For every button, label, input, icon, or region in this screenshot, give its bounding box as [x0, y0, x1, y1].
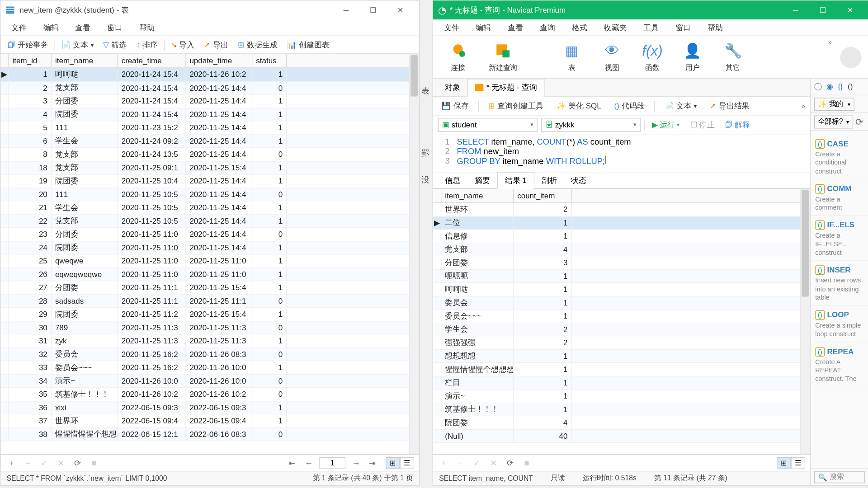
result-row[interactable]: 想想想想 1 — [433, 350, 810, 363]
paren-icon[interactable]: () — [848, 81, 853, 92]
menu-view[interactable]: 查看 — [67, 19, 99, 35]
snippet-item[interactable]: ()LOOPCreate a simple loop construct — [811, 306, 868, 343]
result-row[interactable]: 信息修 1 — [433, 230, 810, 243]
rtab-profile[interactable]: 剖析 — [534, 173, 564, 188]
explain-button[interactable]: 🗐 解释 — [722, 118, 754, 131]
function-button[interactable]: f(x)函数 — [632, 39, 672, 75]
builder-button[interactable]: ⊞查询创建工具 — [485, 99, 547, 113]
prev-button[interactable]: ← — [303, 457, 315, 469]
table-row[interactable]: 34 演示~ 2020-11-26 10:0 2020-11-26 10:0 0 — [0, 375, 419, 388]
table-row[interactable]: 27 分团委 2020-11-25 11:1 2020-11-25 15:4 1 — [0, 282, 419, 295]
user-button[interactable]: 👤用户 — [673, 39, 713, 75]
table-row[interactable]: 4 院团委 2020-11-24 15:4 2020-11-25 14:4 1 — [0, 108, 419, 121]
menu-file[interactable]: 文件 — [435, 19, 467, 35]
info-icon[interactable]: ⓘ — [814, 81, 822, 92]
table-row[interactable]: 2 党支部 2020-11-24 15:4 2020-11-25 14:4 0 — [0, 81, 419, 94]
add-row-button[interactable]: + — [5, 457, 17, 469]
view-button[interactable]: 👁视图 — [592, 39, 632, 75]
more-icon[interactable]: » — [828, 38, 832, 46]
rtab-result1[interactable]: 结果 1 — [497, 172, 534, 189]
col-create-time[interactable]: create_time — [118, 54, 186, 67]
my-dropdown[interactable]: ✨我的▾ — [814, 98, 854, 111]
snippet-item[interactable]: ()REPEACreate A REPEAT construct. The — [811, 342, 868, 387]
col-item-name[interactable]: item_name — [52, 54, 118, 67]
table-row[interactable]: 6 学生会 2020-11-24 09:2 2020-11-25 14:4 1 — [0, 135, 419, 148]
eye-icon[interactable]: ◉ — [826, 81, 833, 92]
search-input[interactable]: 🔍 搜索 — [814, 471, 865, 483]
table-row[interactable]: 35 筑基修士！！！ 2020-11-26 10:2 2020-11-26 10… — [0, 388, 419, 401]
gen-button[interactable]: ⊞数据生成 — [234, 38, 281, 52]
result-row[interactable]: 筑基修士！！！ 1 — [433, 403, 810, 416]
refresh-button[interactable]: ⟳ — [72, 457, 84, 469]
connect-button[interactable]: 连接 — [438, 39, 478, 75]
result-row[interactable]: ▶ 二位 1 — [433, 216, 810, 230]
sort-button[interactable]: ↕排序 — [133, 38, 162, 52]
table-row[interactable]: 37 世界环 2022-06-15 09:4 2022-06-15 09:4 1 — [0, 414, 419, 427]
result-row[interactable]: 院团委 4 — [433, 416, 810, 429]
result-row[interactable]: 演示~ 1 — [433, 389, 810, 403]
table-row[interactable]: 21 学生会 2020-11-25 10:5 2020-11-25 14:4 1 — [0, 202, 419, 215]
maximize-button[interactable]: ☐ — [360, 0, 387, 19]
titlebar[interactable]: new_item @zykkk (student) - 表 ─ ☐ ✕ — [0, 0, 419, 19]
result-row[interactable]: 惺惺惜惺惺个想想想 1 — [433, 363, 810, 376]
col-item-id[interactable]: item_id — [9, 54, 52, 67]
rtab-summary[interactable]: 摘要 — [467, 173, 497, 188]
table-row[interactable]: 26 eqweqweqwe 2020-11-25 11:0 2020-11-25… — [0, 268, 419, 281]
beautify-button[interactable]: ✨美化 SQL — [553, 99, 605, 113]
stop-button[interactable]: ■ — [88, 457, 100, 469]
filter-button[interactable]: ▽筛选 — [99, 38, 130, 52]
menu-file[interactable]: 文件 — [3, 19, 35, 35]
menu-tools[interactable]: 工具 — [635, 19, 667, 35]
table-row[interactable]: 31 zyk 2020-11-25 11:3 2020-11-25 11:3 1 — [0, 334, 419, 347]
other-button[interactable]: 🔧其它 — [713, 39, 753, 75]
table-row[interactable]: 8 党支部 2020-11-24 13:5 2020-11-25 14:4 0 — [0, 148, 419, 161]
run-button[interactable]: ▶ 运行 ▾ — [648, 118, 683, 131]
table-row[interactable]: 19 院团委 2020-11-25 10:4 2020-11-25 14:4 1 — [0, 175, 419, 188]
result-row[interactable]: 委员会 1 — [433, 296, 810, 310]
menu-window[interactable]: 窗口 — [99, 19, 131, 35]
result-row[interactable]: 学生会 2 — [433, 323, 810, 336]
rtab-info[interactable]: 信息 — [438, 173, 468, 188]
chart-button[interactable]: 📊创建图表 — [283, 38, 333, 52]
result-row[interactable]: 呃呃呃 1 — [433, 270, 810, 283]
table-row[interactable]: 33 委员会~~~ 2020-11-25 16:2 2020-11-26 10:… — [0, 361, 419, 374]
export-button[interactable]: ↗导出 — [201, 38, 232, 52]
snippet-item[interactable]: ()CASECreate a conditional construct — [811, 135, 868, 179]
last-button[interactable]: ⇥ — [367, 457, 378, 469]
tab-objects[interactable]: 对象 — [438, 80, 468, 96]
menu-window[interactable]: 窗口 — [667, 19, 699, 35]
col-update-time[interactable]: update_time — [186, 54, 253, 67]
grid-view-button[interactable]: ⊞ — [386, 457, 400, 469]
refresh-button[interactable]: ⟳ — [504, 457, 516, 469]
menu-query[interactable]: 查询 — [532, 19, 564, 35]
snippet-item[interactable]: ()INSERInsert new rows into an existing … — [811, 261, 868, 305]
next-button[interactable]: → — [350, 457, 362, 469]
brace-icon[interactable]: {} — [838, 81, 843, 92]
grid-body[interactable]: ▶ 1 呵呵哒 2020-11-24 15:4 2020-11-26 10:2 … — [0, 68, 419, 454]
col-count-item[interactable]: count_item — [514, 189, 571, 202]
table-button[interactable]: ▦表 — [552, 39, 592, 75]
menu-edit[interactable]: 编辑 — [35, 19, 67, 35]
commit-button[interactable]: ✓ — [38, 457, 50, 469]
sql-editor[interactable]: 1SELECT item_name, COUNT(*) AS count_ite… — [433, 135, 810, 173]
tab-query[interactable]: * 无标题 - 查询 — [467, 79, 545, 96]
table-row[interactable]: 38 惺惺惜惺惺个想想 2022-06-15 12:1 2022-06-16 0… — [0, 428, 419, 441]
snippet-item[interactable]: ()IF...ELSCreate a IF...ELSE... construc… — [811, 216, 868, 261]
export-button[interactable]: ↗导出结果 — [707, 99, 754, 113]
table-row[interactable]: 28 sadsads 2020-11-25 11:1 2020-11-25 11… — [0, 295, 419, 308]
table-row[interactable]: 22 党支部 2020-11-25 10:5 2020-11-25 14:4 1 — [0, 215, 419, 228]
import-button[interactable]: ↘导入 — [167, 38, 198, 52]
result-row[interactable]: 委员会~~~ 1 — [433, 310, 810, 323]
connection-combo[interactable]: ▣student▾ — [438, 117, 538, 131]
text-button[interactable]: 📄文本▾ — [661, 99, 701, 113]
menu-view[interactable]: 查看 — [500, 19, 532, 35]
table-row[interactable]: 5 111 2020-11-23 15:2 2020-11-25 14:4 1 — [0, 122, 419, 135]
menu-help[interactable]: 帮助 — [699, 19, 731, 35]
form-view-button[interactable]: ☰ — [791, 457, 805, 469]
cancel-button[interactable]: ✕ — [55, 457, 67, 469]
col-item-name[interactable]: item_name — [441, 189, 514, 202]
result-row[interactable]: (Null) 40 — [433, 430, 810, 443]
result-row[interactable]: 栏目 1 — [433, 376, 810, 389]
save-button[interactable]: 💾保存 — [438, 99, 472, 113]
titlebar[interactable]: ◔ * 无标题 - 查询 - Navicat Premium ─ ☐ ✕ — [433, 0, 868, 19]
